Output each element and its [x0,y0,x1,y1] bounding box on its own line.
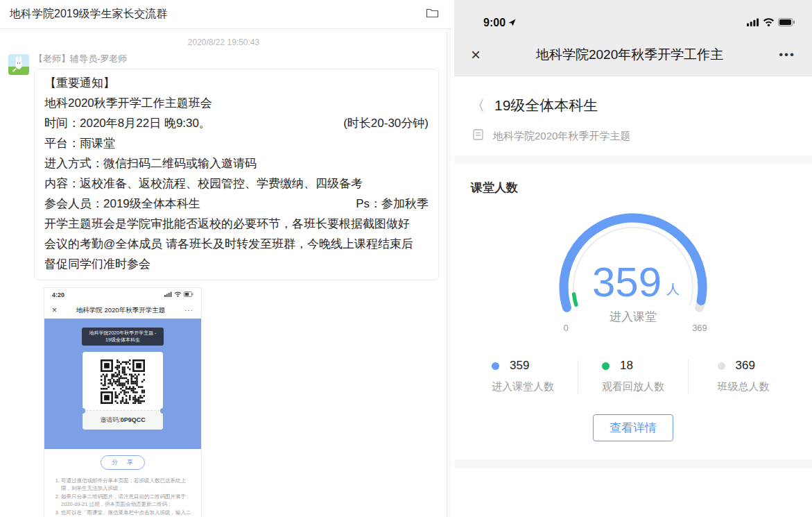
message-timestamp: 2020/8/22 19:50:43 [8,37,439,47]
nav-bar: × 地科学院2020年秋季开学工作主 ••• [454,33,812,76]
document-icon [473,129,483,143]
invite-code-value: 0P9QCC [121,416,146,423]
gauge-min-label: 0 [563,323,568,333]
msg-line-attendees: 参会人员：2019级全体本科生 Ps：参加秋季 [44,194,429,214]
chat-header: 地科学院2019级学生家长交流群 [0,0,451,29]
invite-code-label: 邀请码: [100,416,121,423]
msg-time-left: 时间：2020年8月22日 晚9:30。 [44,113,211,133]
screenshot-root: 地科学院2019级学生家长交流群 2020/8/22 19:50:43 [0,0,812,517]
bottom-divider [454,459,812,468]
embed-wifi-icon [174,291,182,298]
rain-classroom-panel: 9:00 × 地科学院2020年秋季开学工作主 ••• [454,0,812,517]
msg-line-para1: 开学主题班会是学院审批能否返校的必要环节，各班长要根据截图做好 [44,214,429,234]
wifi-icon [763,17,775,29]
page-title: 地科学院2020年秋季开学工作主 [487,46,772,64]
sender-avatar[interactable] [8,54,29,75]
gray-dot-icon [718,362,725,370]
embed-nav-bar: × 地科学院 2020年秋季开学主题 ··· [44,302,201,319]
class-name: 19级全体本科生 [494,96,598,115]
wechat-chat-window: 地科学院2019级学生家长交流群 2020/8/22 19:50:43 [0,0,451,517]
attendance-gauge: 359 人 进入课堂 0 369 [454,205,812,334]
close-icon[interactable]: × [471,46,481,63]
msg-line-para3: 督促同学们准时参会 [44,254,429,274]
battery-icon [778,17,795,29]
stats-row: 359 进入课堂人数 18 观看回放人数 369 班级总人数 [468,359,798,393]
note-item: 可通过微信或邮件分享本页面；若班级人数已达系统上限，则学生无法加入班级； [61,477,193,492]
gauge-max-label: 369 [692,323,707,333]
section-title: 课堂人数 [454,164,812,196]
gauge-value-label: 进入课堂 [610,310,657,323]
msg-line-entry: 进入方式：微信扫码二维码或输入邀请码 [44,153,429,173]
section-divider [454,155,812,164]
location-arrow-icon [508,17,516,29]
embed-signal-icon [164,291,172,298]
signal-icon [747,17,759,29]
msg-line-time: 时间：2020年8月22日 晚9:30。 (时长20-30分钟) [44,113,429,133]
embed-notes-list: 可通过微信或邮件分享本页面；若班级人数已达系统上限，则学生无法加入班级； 如果只… [61,477,193,516]
msg-attendees-left: 参会人员：2019级全体本科生 [44,194,200,214]
embed-lower-section: 分 享 可通过微信或邮件分享本页面；若班级人数已达系统上限，则学生无法加入班级；… [44,449,201,516]
msg-time-right: (时长20-30分钟) [343,113,429,133]
note-item: 也可以在「雨课堂」微信菜单栏中点击加入班级，输入二 [61,509,193,516]
stat-replay-value: 18 [620,359,633,373]
embed-status-time: 4:20 [52,291,64,298]
class-header-row[interactable]: 〈 19级全体本科生 [454,76,812,115]
gauge-value: 359 [592,259,662,305]
msg-line-content: 内容：返校准备、返校流程、校园管控、学费缴纳、四级备考 [44,173,429,194]
perforation-line [83,410,163,411]
stat-total-label: 班级总人数 [718,380,770,393]
chat-scrollbar[interactable] [447,30,451,517]
more-menu-icon[interactable]: ••• [779,48,795,62]
green-dot-icon [602,362,610,370]
gauge-progress-replay [574,294,576,305]
stat-entered: 359 进入课堂人数 [468,359,578,393]
folder-icon[interactable] [426,8,439,22]
message-row: 【老师】辅导员-罗老师 【重要通知】 地科2020秋季开学工作主题班会 时间：2… [8,53,439,517]
stat-entered-label: 进入课堂人数 [492,380,554,393]
blue-dot-icon [492,362,499,370]
msg-line-para2: 会议的考勤@全体成员 请各班长及时转发至班群，今晚线上课程结束后 [44,234,429,254]
title-fade [751,46,772,64]
status-time: 9:00 [483,17,506,29]
msg-line-platform: 平台：雨课堂 [44,133,429,153]
embed-banner: 地科学院2020年秋季开学主题 - 19级全体本科生 [82,328,164,346]
embed-blue-section: 地科学院2020年秋季开学主题 - 19级全体本科生 邀请码:0P9QCC [44,319,201,449]
msg-line-subject: 地科2020秋季开学工作主题班会 [44,93,429,113]
message-column: 【老师】辅导员-罗老师 【重要通知】 地科2020秋季开学工作主题班会 时间：2… [34,53,439,517]
course-subtitle: 地科学院2020年秋季开学主题 [493,130,630,143]
embed-status-bar: 4:20 [44,288,201,302]
stat-total: 369 班级总人数 [688,359,798,393]
course-subtitle-row: 地科学院2020年秋季开学主题 [454,115,812,155]
embed-qr-card: 邀请码:0P9QCC [83,352,163,430]
sender-name: 【老师】辅导员-罗老师 [34,53,439,65]
status-bar: 9:00 [454,0,812,33]
stat-replay-label: 观看回放人数 [602,380,664,393]
embed-nav-title: 地科学院 2020年秋季开学主题 [57,306,184,315]
embed-battery-icon [184,291,193,298]
gauge-value-unit: 人 [666,282,680,296]
stat-entered-value: 359 [510,359,529,373]
qr-code [101,359,145,404]
view-details-button[interactable]: 查看详情 [593,414,673,441]
embedded-screenshot-image[interactable]: 4:20 [44,287,202,517]
stat-replay: 18 观看回放人数 [578,359,688,393]
msg-line-notice: 【重要通知】 [44,73,429,93]
stat-total-value: 369 [736,359,755,373]
embed-close-icon: × [52,305,57,315]
chat-body: 2020/8/22 19:50:43 【老师】辅导员-罗老师 [0,29,451,517]
back-chevron-icon[interactable]: 〈 [471,96,485,115]
invite-code-row: 邀请码:0P9QCC [83,411,163,430]
embed-more-icon: ··· [184,307,193,314]
msg-attendees-right: Ps：参加秋季 [356,194,429,214]
chat-group-title: 地科学院2019级学生家长交流群 [10,7,168,22]
message-bubble: 【重要通知】 地科2020秋季开学工作主题班会 时间：2020年8月22日 晚9… [34,69,439,280]
note-item: 如果只分享二维码图片，请注意目前的二维码图片将于 2020-09-21 过期，但… [61,493,193,508]
share-button: 分 享 [101,455,145,470]
